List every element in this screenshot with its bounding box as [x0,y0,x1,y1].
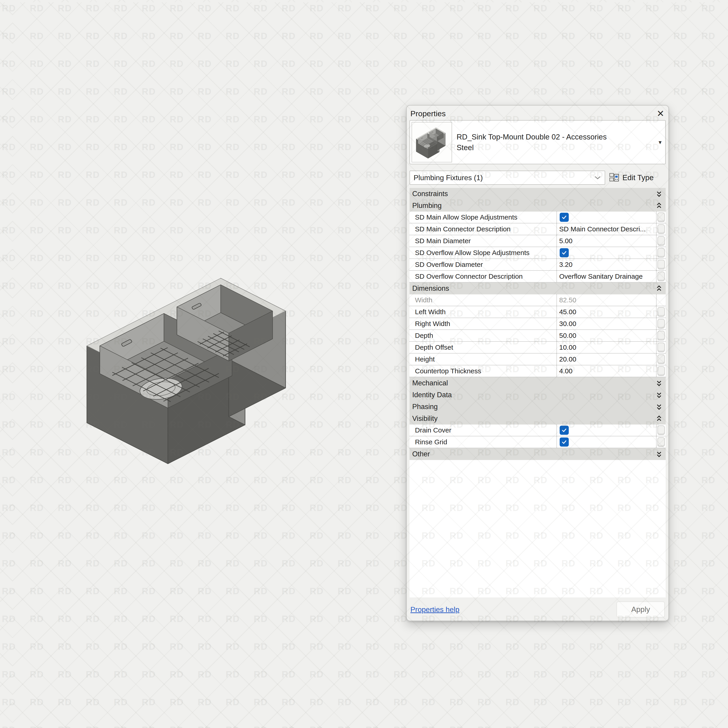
watermark-text: RD [534,31,548,41]
watermark-text: RD [2,225,16,236]
watermark-text: RD [254,531,268,541]
watermark-text: RD [338,3,352,14]
watermark-text: RD [477,3,492,14]
empty-parameter-area [410,460,666,597]
section-header-visibility[interactable]: Visibility [410,413,666,425]
associate-parameter-button-sd-overflow-allow-slope-adjustments[interactable] [658,248,665,257]
watermark-text: RD [30,697,44,707]
associate-parameter-button-right-width[interactable] [658,319,665,329]
associate-parameter-button-sd-main-diameter[interactable] [658,236,665,246]
watermark-text: RD [114,59,128,69]
param-value-height[interactable]: 20.00 [559,355,576,363]
associate-parameter-button-sd-main-connector-description[interactable] [658,224,665,234]
associate-parameter-button-drain-cover[interactable] [658,425,665,435]
watermark-text: RD [58,503,72,513]
watermark-text: RD [338,725,352,728]
section-header-mechanical[interactable]: Mechanical [410,377,666,389]
close-icon[interactable]: ✕ [656,108,664,119]
checkbox-sd-main-allow-slope-adjustments[interactable] [560,213,569,222]
watermark-text: RD [254,725,268,728]
associate-parameter-button-height[interactable] [658,355,665,364]
watermark-text: RD [114,197,128,208]
watermark-text: RD [114,31,128,41]
watermark-text: RD [30,558,44,569]
associate-parameter-button-left-width[interactable] [658,307,665,317]
watermark-text: RD [673,31,688,41]
watermark-text: RD [701,336,716,347]
associate-parameter-button-sd-main-allow-slope-adjustments[interactable] [658,213,665,222]
associate-parameter-button-countertop-thickness[interactable] [658,366,665,376]
param-button-cell-depth-offset [656,342,666,353]
watermark-text: RD [701,697,716,707]
watermark-text: RD [226,142,240,152]
watermark-text: RD [170,59,184,69]
watermark-text: RD [310,725,324,728]
checkbox-rinse-grid[interactable] [560,437,569,447]
param-row-sd-main-connector-description: SD Main Connector DescriptionSD Main Con… [410,223,666,235]
watermark-text: RD [589,669,604,679]
watermark-text: RD [338,114,352,124]
watermark-text: RD [198,475,212,485]
param-value-sd-main-diameter[interactable]: 5.00 [559,237,572,245]
watermark-text: RD [673,142,688,152]
section-header-other[interactable]: Other [410,448,666,460]
watermark-text: RD [58,669,72,679]
watermark-text: RD [281,59,296,69]
associate-parameter-button-rinse-grid[interactable] [658,437,665,447]
watermark-text: RD [534,59,548,69]
category-combobox[interactable]: Plumbing Fixtures (1) [410,171,605,185]
param-label-height: Height [410,353,557,365]
param-value-sd-main-connector-description[interactable]: SD Main Connector Descri... [559,225,645,233]
watermark-text: RD [198,725,212,728]
panel-title: Properties [410,109,446,118]
param-label-sd-main-allow-slope-adjustments: SD Main Allow Slope Adjustments [410,211,557,223]
watermark-text: RD [170,31,184,41]
apply-button[interactable]: Apply [616,601,665,618]
watermark-text: RD [226,558,240,569]
watermark-text: RD [366,586,380,596]
param-value-sd-overflow-diameter[interactable]: 3.20 [559,261,572,268]
section-header-plumbing[interactable]: Plumbing [410,200,666,211]
properties-help-link[interactable]: Properties help [410,606,459,614]
watermark-text: RD [114,558,128,569]
watermark-text: RD [645,86,659,97]
type-dropdown-arrow-icon[interactable]: ▾ [659,139,662,146]
edit-type-button[interactable]: Edit Type [609,172,654,183]
param-value-depth[interactable]: 50.00 [559,332,576,340]
associate-parameter-button-sd-overflow-diameter[interactable] [658,260,665,269]
param-value-countertop-thickness[interactable]: 4.00 [559,367,572,375]
param-value-cell-sd-overflow-diameter: 3.20 [557,259,656,270]
watermark-text: RD [338,364,352,374]
watermark-text: RD [673,3,688,14]
watermark-text: RD [254,503,268,513]
param-value-depth-offset[interactable]: 10.00 [559,344,576,351]
checkbox-drain-cover[interactable] [560,426,569,435]
param-value-right-width[interactable]: 30.00 [559,320,576,327]
section-header-dimensions[interactable]: Dimensions [410,283,666,294]
watermark-text: RD [673,336,688,347]
param-value-left-width[interactable]: 45.00 [559,308,576,316]
watermark-text: RD [142,697,156,707]
section-header-phasing[interactable]: Phasing [410,401,666,413]
watermark-text: RD [226,225,240,236]
section-header-identity-data[interactable]: Identity Data [410,389,666,401]
associate-parameter-button-sd-overflow-connector-description[interactable] [658,272,665,281]
associate-parameter-button-depth[interactable] [658,331,665,340]
chevron-double-up-icon [656,415,662,422]
watermark-text: RD [198,86,212,97]
watermark-text: RD [86,669,100,679]
associate-parameter-button-depth-offset[interactable] [658,343,665,352]
watermark-text: RD [561,59,575,69]
section-header-constraints[interactable]: Constraints [410,188,666,200]
param-label-rinse-grid: Rinse Grid [410,436,557,448]
panel-title-bar: Properties ✕ [410,108,666,119]
watermark-text: RD [2,697,16,707]
watermark-text: RD [30,3,44,14]
checkbox-sd-overflow-allow-slope-adjustments[interactable] [560,248,569,257]
type-selector[interactable]: RD_Sink Top-Mount Double 02 - Accessorie… [410,120,666,164]
sink-3d-model[interactable] [64,264,323,469]
watermark-text: RD [561,697,575,707]
watermark-text: RD [142,725,156,728]
watermark-text: RD [422,697,436,707]
param-value-sd-overflow-connector-description[interactable]: Overflow Sanitary Drainage [559,272,643,280]
